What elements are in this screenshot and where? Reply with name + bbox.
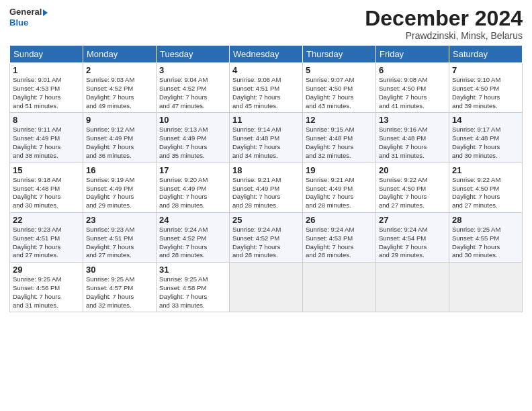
calendar-cell: 13Sunrise: 9:16 AMSunset: 4:48 PMDayligh… — [376, 113, 449, 163]
day-detail: Sunrise: 9:15 AMSunset: 4:48 PMDaylight:… — [306, 126, 354, 158]
calendar-cell: 26Sunrise: 9:24 AMSunset: 4:53 PMDayligh… — [303, 212, 376, 262]
calendar-cell: 9Sunrise: 9:12 AMSunset: 4:49 PMDaylight… — [83, 113, 157, 163]
calendar-cell — [230, 263, 303, 312]
calendar-cell: 21Sunrise: 9:22 AMSunset: 4:50 PMDayligh… — [449, 163, 523, 212]
day-number: 29 — [13, 265, 80, 275]
day-detail: Sunrise: 9:16 AMSunset: 4:48 PMDaylight:… — [379, 126, 427, 158]
day-number: 22 — [13, 215, 80, 225]
col-saturday: Saturday — [449, 46, 523, 63]
calendar-cell: 17Sunrise: 9:20 AMSunset: 4:49 PMDayligh… — [157, 163, 230, 212]
calendar-cell — [303, 263, 376, 312]
day-detail: Sunrise: 9:14 AMSunset: 4:48 PMDaylight:… — [232, 126, 281, 158]
col-thursday: Thursday — [303, 46, 376, 63]
day-detail: Sunrise: 9:22 AMSunset: 4:50 PMDaylight:… — [452, 176, 500, 209]
day-detail: Sunrise: 9:24 AMSunset: 4:54 PMDaylight:… — [379, 226, 427, 259]
day-detail: Sunrise: 9:13 AMSunset: 4:49 PMDaylight:… — [159, 126, 208, 158]
day-number: 27 — [379, 215, 446, 225]
col-monday: Monday — [83, 46, 157, 63]
day-detail: Sunrise: 9:23 AMSunset: 4:51 PMDaylight:… — [13, 226, 61, 259]
day-number: 18 — [232, 165, 300, 175]
day-detail: Sunrise: 9:19 AMSunset: 4:49 PMDaylight:… — [86, 176, 134, 209]
day-detail: Sunrise: 9:11 AMSunset: 4:49 PMDaylight:… — [13, 126, 61, 158]
day-number: 25 — [232, 215, 300, 225]
day-number: 28 — [452, 215, 519, 225]
calendar-cell: 5Sunrise: 9:07 AMSunset: 4:50 PMDaylight… — [303, 63, 376, 113]
col-sunday: Sunday — [10, 46, 83, 63]
page-container: General Blue December 2024 Prawdzinski, … — [0, 0, 532, 316]
calendar-cell — [449, 263, 523, 312]
calendar-cell: 23Sunrise: 9:23 AMSunset: 4:51 PMDayligh… — [83, 212, 157, 262]
calendar-week-3: 15Sunrise: 9:18 AMSunset: 4:48 PMDayligh… — [10, 163, 523, 212]
logo: General Blue — [9, 7, 48, 28]
day-detail: Sunrise: 9:25 AMSunset: 4:55 PMDaylight:… — [452, 226, 500, 259]
day-number: 11 — [232, 115, 300, 125]
day-detail: Sunrise: 9:21 AMSunset: 4:49 PMDaylight:… — [232, 176, 281, 209]
calendar-cell: 30Sunrise: 9:25 AMSunset: 4:57 PMDayligh… — [83, 263, 157, 312]
calendar-cell: 27Sunrise: 9:24 AMSunset: 4:54 PMDayligh… — [376, 212, 449, 262]
day-number: 3 — [159, 65, 226, 75]
calendar-table: Sunday Monday Tuesday Wednesday Thursday… — [9, 45, 523, 312]
day-number: 12 — [306, 115, 373, 125]
header: General Blue December 2024 Prawdzinski, … — [9, 7, 523, 41]
logo-text: General Blue — [9, 7, 48, 28]
day-detail: Sunrise: 9:12 AMSunset: 4:49 PMDaylight:… — [86, 126, 134, 158]
calendar-week-2: 8Sunrise: 9:11 AMSunset: 4:49 PMDaylight… — [10, 113, 523, 163]
day-number: 15 — [13, 165, 80, 175]
day-detail: Sunrise: 9:18 AMSunset: 4:48 PMDaylight:… — [13, 176, 61, 209]
day-number: 7 — [452, 65, 519, 75]
day-detail: Sunrise: 9:07 AMSunset: 4:50 PMDaylight:… — [306, 76, 354, 109]
col-tuesday: Tuesday — [157, 46, 230, 63]
day-number: 30 — [86, 265, 153, 275]
day-number: 6 — [379, 65, 446, 75]
calendar-cell: 8Sunrise: 9:11 AMSunset: 4:49 PMDaylight… — [10, 113, 83, 163]
calendar-cell: 20Sunrise: 9:22 AMSunset: 4:50 PMDayligh… — [376, 163, 449, 212]
calendar-cell: 10Sunrise: 9:13 AMSunset: 4:49 PMDayligh… — [157, 113, 230, 163]
day-number: 5 — [306, 65, 373, 75]
calendar-cell: 25Sunrise: 9:24 AMSunset: 4:52 PMDayligh… — [230, 212, 303, 262]
day-number: 13 — [379, 115, 446, 125]
day-number: 24 — [159, 215, 226, 225]
calendar-cell — [376, 263, 449, 312]
day-detail: Sunrise: 9:04 AMSunset: 4:52 PMDaylight:… — [159, 76, 208, 109]
day-number: 19 — [306, 165, 373, 175]
calendar-cell: 4Sunrise: 9:06 AMSunset: 4:51 PMDaylight… — [230, 63, 303, 113]
calendar-cell: 14Sunrise: 9:17 AMSunset: 4:48 PMDayligh… — [449, 113, 523, 163]
day-number: 9 — [86, 115, 153, 125]
day-number: 2 — [86, 65, 153, 75]
header-row: Sunday Monday Tuesday Wednesday Thursday… — [10, 46, 523, 63]
day-detail: Sunrise: 9:10 AMSunset: 4:50 PMDaylight:… — [452, 76, 500, 109]
day-number: 23 — [86, 215, 153, 225]
calendar-cell: 28Sunrise: 9:25 AMSunset: 4:55 PMDayligh… — [449, 212, 523, 262]
day-number: 1 — [13, 65, 80, 75]
day-detail: Sunrise: 9:17 AMSunset: 4:48 PMDaylight:… — [452, 126, 500, 158]
calendar-cell: 2Sunrise: 9:03 AMSunset: 4:52 PMDaylight… — [83, 63, 157, 113]
calendar-cell: 19Sunrise: 9:21 AMSunset: 4:49 PMDayligh… — [303, 163, 376, 212]
calendar-week-1: 1Sunrise: 9:01 AMSunset: 4:53 PMDaylight… — [10, 63, 523, 113]
day-number: 20 — [379, 165, 446, 175]
col-wednesday: Wednesday — [230, 46, 303, 63]
day-number: 14 — [452, 115, 519, 125]
day-number: 26 — [306, 215, 373, 225]
day-detail: Sunrise: 9:23 AMSunset: 4:51 PMDaylight:… — [86, 226, 134, 259]
day-detail: Sunrise: 9:06 AMSunset: 4:51 PMDaylight:… — [232, 76, 281, 109]
calendar-cell: 16Sunrise: 9:19 AMSunset: 4:49 PMDayligh… — [83, 163, 157, 212]
calendar-week-5: 29Sunrise: 9:25 AMSunset: 4:56 PMDayligh… — [10, 263, 523, 312]
calendar-cell: 29Sunrise: 9:25 AMSunset: 4:56 PMDayligh… — [10, 263, 83, 312]
day-detail: Sunrise: 9:25 AMSunset: 4:58 PMDaylight:… — [159, 275, 208, 308]
month-title: December 2024 — [365, 7, 523, 30]
calendar-cell: 11Sunrise: 9:14 AMSunset: 4:48 PMDayligh… — [230, 113, 303, 163]
day-detail: Sunrise: 9:25 AMSunset: 4:57 PMDaylight:… — [86, 275, 134, 308]
calendar-cell: 22Sunrise: 9:23 AMSunset: 4:51 PMDayligh… — [10, 212, 83, 262]
day-number: 16 — [86, 165, 153, 175]
day-detail: Sunrise: 9:25 AMSunset: 4:56 PMDaylight:… — [13, 275, 61, 308]
calendar-cell: 15Sunrise: 9:18 AMSunset: 4:48 PMDayligh… — [10, 163, 83, 212]
day-detail: Sunrise: 9:24 AMSunset: 4:52 PMDaylight:… — [232, 226, 281, 259]
calendar-cell: 6Sunrise: 9:08 AMSunset: 4:50 PMDaylight… — [376, 63, 449, 113]
day-detail: Sunrise: 9:24 AMSunset: 4:52 PMDaylight:… — [159, 226, 208, 259]
calendar-cell: 3Sunrise: 9:04 AMSunset: 4:52 PMDaylight… — [157, 63, 230, 113]
day-detail: Sunrise: 9:03 AMSunset: 4:52 PMDaylight:… — [86, 76, 134, 109]
logo-icon-shape — [43, 9, 48, 16]
day-number: 8 — [13, 115, 80, 125]
calendar-week-4: 22Sunrise: 9:23 AMSunset: 4:51 PMDayligh… — [10, 212, 523, 262]
calendar-cell: 18Sunrise: 9:21 AMSunset: 4:49 PMDayligh… — [230, 163, 303, 212]
